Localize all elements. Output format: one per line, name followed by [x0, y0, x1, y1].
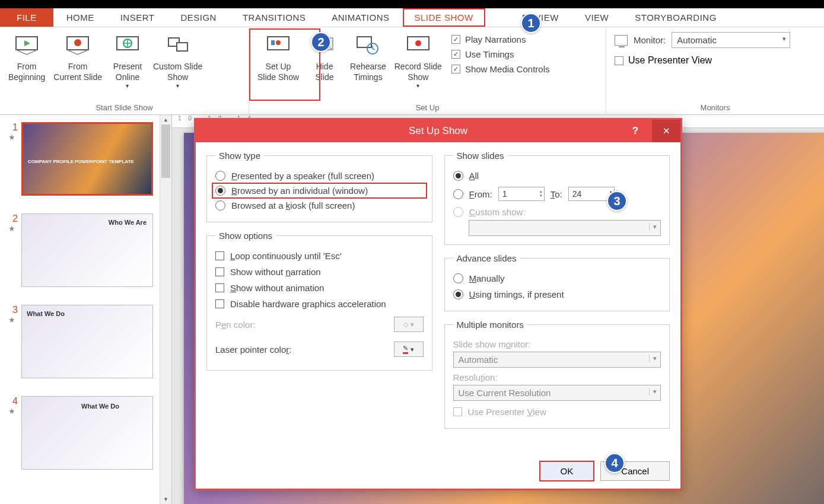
slide-monitor-label: Slide show monitor:	[453, 337, 661, 352]
thumbnails-scrollbar[interactable]: ▲ ▼	[160, 115, 171, 504]
pen-color-button[interactable]: ◇▾	[394, 317, 424, 332]
radio-manually[interactable]: Manually	[453, 270, 661, 286]
radio-using-timings[interactable]: Using timings, if present	[453, 286, 661, 302]
svg-rect-13	[357, 37, 371, 47]
record-slide-show-button[interactable]: Record Slide Show▾	[391, 30, 446, 90]
chk-disable-hw[interactable]: Disable hardware graphics acceleration	[215, 296, 424, 312]
from-beginning-button[interactable]: From Beginning	[5, 30, 49, 84]
callout-4: 4	[605, 453, 625, 473]
play-narrations-checkbox[interactable]: ✓Play Narrations	[451, 34, 550, 44]
tab-transitions[interactable]: TRANSITIONS	[230, 8, 319, 27]
resolution-label: Resolution:	[453, 368, 661, 385]
ribbon: From Beginning From Current Slide Presen…	[0, 27, 824, 115]
from-spinner[interactable]: 1	[498, 187, 545, 201]
set-up-slide-show-button[interactable]: Set Up Slide Show	[254, 30, 303, 84]
radio-from-slides[interactable]: From: 1 To: 24	[453, 184, 661, 204]
ok-button[interactable]: OK	[539, 461, 595, 481]
tab-storyboarding[interactable]: STORYBOARDING	[622, 8, 730, 27]
svg-point-3	[74, 39, 81, 46]
present-online-button[interactable]: Present Online▾	[107, 30, 148, 90]
group-label-setup: Set Up	[254, 102, 601, 113]
tab-file[interactable]: FILE	[0, 8, 53, 27]
dialog-close-button[interactable]: ✕	[652, 120, 680, 142]
group-label-start: Start Slide Show	[5, 102, 244, 113]
chk-no-animation[interactable]: Show without animation	[215, 280, 424, 296]
radio-custom-show: Custom show:	[453, 204, 661, 220]
tab-view[interactable]: VIEW	[572, 8, 622, 27]
custom-slides-icon	[166, 33, 190, 58]
advance-slides-fieldset: Advance slides Manually Using timings, i…	[444, 253, 670, 311]
callout-3: 3	[607, 191, 627, 211]
chk-presenter-view[interactable]: Use Presenter View	[453, 401, 661, 420]
svg-point-16	[415, 40, 421, 46]
callout-1: 1	[521, 13, 541, 33]
custom-show-dropdown	[469, 220, 661, 236]
slide-thumbnails: 1★ COMPANY PROFILE POWERPOINT TEMPLATE 2…	[0, 115, 172, 504]
use-timings-checkbox[interactable]: ✓Use Timings	[451, 49, 550, 59]
callout-2: 2	[311, 32, 331, 52]
laser-color-button[interactable]: ✎▾	[394, 342, 424, 357]
rehearse-timings-button[interactable]: Rehearse Timings	[346, 30, 390, 84]
chk-loop[interactable]: Loop continuously until 'Esc'	[215, 248, 424, 264]
tab-insert[interactable]: INSERT	[107, 8, 168, 27]
chk-no-narration[interactable]: Show without narration	[215, 264, 424, 280]
svg-rect-10	[271, 40, 275, 45]
group-label-monitors: Monitors	[615, 102, 816, 113]
show-media-checkbox[interactable]: ✓Show Media Controls	[451, 64, 550, 74]
multiple-monitors-fieldset: Multiple monitors Slide show monitor: Au…	[444, 320, 670, 429]
radio-presented-speaker[interactable]: Presented by a speaker (full screen)	[215, 168, 424, 184]
thumb-1[interactable]: 1★ COMPANY PROFILE POWERPOINT TEMPLATE	[8, 122, 168, 196]
svg-marker-1	[24, 40, 30, 46]
monitor-icon	[615, 35, 628, 46]
show-type-fieldset: Show type Presented by a speaker (full s…	[206, 151, 432, 222]
thumb-4[interactable]: 4★ What We Do	[8, 396, 168, 470]
tab-home[interactable]: HOME	[53, 8, 107, 27]
setup-icon	[266, 33, 291, 58]
svg-point-9	[276, 40, 281, 45]
svg-rect-7	[177, 43, 187, 51]
globe-icon	[115, 33, 140, 58]
ribbon-tabs: FILE HOME INSERT DESIGN TRANSITIONS ANIM…	[0, 8, 824, 27]
slide-monitor-dropdown[interactable]: Automatic	[453, 352, 661, 368]
pen-icon: ✎	[403, 344, 408, 354]
custom-show-button[interactable]: Custom Slide Show▾	[149, 30, 206, 90]
dialog-help-button[interactable]: ?	[623, 120, 647, 142]
projector-current-icon	[65, 33, 90, 58]
clock-icon	[355, 33, 380, 58]
monitor-label: Monitor:	[634, 35, 666, 45]
projector-play-icon	[14, 33, 39, 58]
resolution-dropdown[interactable]: Use Current Resolution	[453, 385, 661, 401]
tab-slideshow[interactable]: SLIDE SHOW	[403, 8, 485, 27]
record-icon	[406, 33, 431, 58]
radio-all-slides[interactable]: All	[453, 168, 661, 184]
radio-browsed-kiosk[interactable]: Browsed at a kiosk (full screen)	[215, 197, 424, 213]
radio-browsed-individual[interactable]: Browsed by an individual (window)	[212, 183, 427, 199]
monitor-select[interactable]: Automatic	[672, 32, 790, 48]
thumb-3[interactable]: 3★ What We Do	[8, 305, 168, 378]
presenter-view-checkbox[interactable]: Use Presenter View	[615, 55, 816, 66]
paint-bucket-icon: ◇	[403, 321, 408, 328]
thumb-2[interactable]: 2★ Who We Are	[8, 213, 168, 287]
from-current-button[interactable]: From Current Slide	[50, 30, 106, 84]
tab-animations[interactable]: ANIMATIONS	[319, 8, 402, 27]
set-up-show-dialog: Set Up Show ? ✕ Show type Presented by a…	[194, 118, 682, 490]
show-slides-fieldset: Show slides All From: 1 To: 24 Custom sh…	[444, 151, 670, 245]
show-options-fieldset: Show options Loop continuously until 'Es…	[206, 231, 432, 371]
dialog-title: Set Up Show ? ✕	[196, 120, 680, 142]
tab-design[interactable]: DESIGN	[167, 8, 230, 27]
